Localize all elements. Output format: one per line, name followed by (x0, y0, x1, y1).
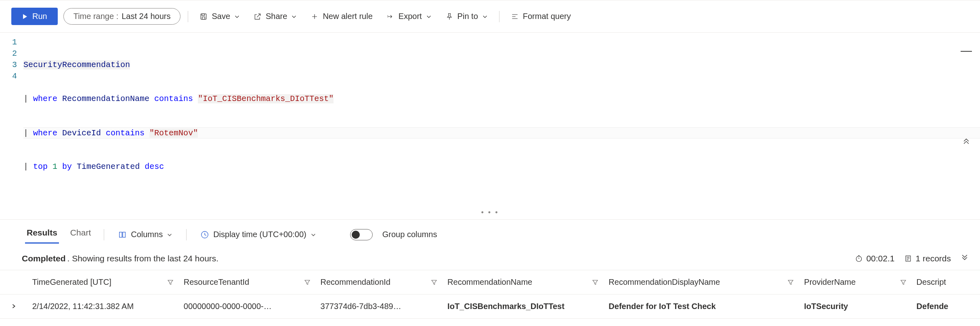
header-label: Descript (917, 278, 946, 287)
filter-icon[interactable] (900, 279, 907, 286)
col-header-time[interactable]: TimeGenerated [UTC] (27, 270, 179, 294)
format-label: Format query (523, 12, 571, 21)
code-kw: where (33, 94, 57, 103)
code-col: RecommendationName (62, 94, 149, 103)
chevron-down-icon (234, 14, 240, 19)
export-label: Export (399, 12, 422, 21)
save-label: Save (212, 12, 230, 21)
chevron-down-icon (426, 14, 432, 19)
toggle-knob (352, 231, 360, 239)
col-header-desc[interactable]: Descript (912, 270, 980, 294)
svg-rect-2 (202, 17, 205, 19)
filter-icon[interactable] (430, 279, 438, 286)
export-button[interactable]: Export (382, 9, 436, 23)
divider (188, 11, 188, 22)
status-text: . Showing results from the last 24 hours… (67, 254, 219, 263)
code-kw: desc (145, 162, 164, 171)
header-label: RecommendationDisplayName (609, 278, 720, 287)
col-header-tenant[interactable]: ResourceTenantId (179, 270, 316, 294)
stopwatch-icon (855, 254, 863, 263)
expand-down-icon[interactable] (961, 253, 969, 263)
cell-recid: 377374d6-7db3-489… (316, 294, 443, 319)
svg-point-6 (856, 256, 862, 261)
code-str: "RotemNov" (149, 128, 198, 138)
line-gutter: 1234 (0, 37, 23, 195)
table-row[interactable]: 2/14/2022, 11:42:31.382 AM 00000000-0000… (0, 294, 980, 319)
results-table: TimeGenerated [UTC] ResourceTenantId Rec… (0, 270, 980, 319)
col-header-dispname[interactable]: RecommendationDisplayName (604, 270, 799, 294)
save-icon (199, 13, 208, 21)
results-table-wrap: TimeGenerated [UTC] ResourceTenantId Rec… (0, 270, 980, 319)
status-completed: Completed (22, 254, 66, 263)
code-kw: by (62, 162, 72, 171)
tab-results[interactable]: Results (25, 225, 59, 244)
chevron-down-icon (311, 232, 316, 238)
svg-rect-3 (120, 232, 122, 237)
format-icon (511, 13, 519, 21)
play-icon (22, 13, 28, 20)
row-expander[interactable] (0, 294, 27, 319)
header-label: ProviderName (804, 278, 856, 287)
filter-icon[interactable] (304, 279, 311, 286)
header-label: TimeGenerated [UTC] (32, 278, 111, 287)
code-str: "IoT_CISBenchmarks_DIoTTest" (198, 94, 334, 103)
col-header-recid[interactable]: RecommendationId (316, 270, 443, 294)
new-alert-button[interactable]: New alert rule (306, 9, 376, 23)
svg-rect-1 (202, 14, 205, 15)
cell-tenant: 00000000-0000-0000-… (179, 294, 316, 319)
resize-handle[interactable]: • • • (481, 208, 499, 217)
code-kw: where (33, 128, 57, 138)
columns-label: Columns (131, 230, 163, 239)
run-button[interactable]: Run (11, 8, 58, 25)
code-kw: top (33, 162, 48, 171)
col-header-provider[interactable]: ProviderName (799, 270, 911, 294)
save-button[interactable]: Save (195, 9, 244, 23)
display-time-label: Display time (UTC+00:00) (213, 230, 306, 239)
cell-provider: IoTSecurity (799, 294, 911, 319)
display-time-button[interactable]: Display time (UTC+00:00) (198, 229, 319, 240)
export-icon (386, 13, 395, 21)
filter-icon[interactable] (787, 279, 794, 286)
share-button[interactable]: Share (250, 9, 301, 23)
expander-header (0, 270, 27, 294)
query-toolbar: Run Time range : Last 24 hours Save Shar… (0, 0, 980, 33)
divider (104, 229, 104, 240)
duration-value: 00:02.1 (866, 254, 894, 263)
share-icon (254, 13, 262, 21)
record-count: 1 records (904, 254, 951, 263)
tab-chart[interactable]: Chart (69, 225, 92, 244)
pin-icon (445, 13, 453, 21)
divider (499, 11, 499, 22)
query-editor[interactable]: 1234 SecurityRecommendation | where Reco… (0, 33, 980, 219)
columns-button[interactable]: Columns (115, 229, 175, 240)
filter-icon[interactable] (167, 279, 174, 286)
collapse-editor-icon[interactable]: — (961, 45, 972, 56)
header-label: ResourceTenantId (184, 278, 249, 287)
pin-button[interactable]: Pin to (441, 9, 492, 23)
group-columns-toggle[interactable] (350, 229, 373, 240)
header-label: RecommendationId (321, 278, 390, 287)
records-icon (904, 254, 912, 263)
expand-up-icon[interactable] (962, 137, 970, 146)
filter-icon[interactable] (592, 279, 599, 286)
code-area[interactable]: SecurityRecommendation | where Recommend… (23, 37, 980, 195)
time-range-selector[interactable]: Time range : Last 24 hours (63, 8, 181, 25)
cell-recname: IoT_CISBenchmarks_DIoTTest (443, 294, 604, 319)
time-range-value: Last 24 hours (122, 12, 170, 21)
code-col: DeviceId (62, 128, 101, 138)
chevron-down-icon (167, 232, 172, 238)
header-label: RecommendationName (447, 278, 532, 287)
time-range-prefix: Time range : (73, 12, 119, 21)
query-duration: 00:02.1 (855, 254, 894, 263)
pin-label: Pin to (457, 12, 478, 21)
code-op: contains (154, 94, 193, 103)
format-query-button[interactable]: Format query (507, 9, 575, 23)
clock-icon (200, 230, 209, 239)
columns-icon (118, 230, 127, 239)
chevron-down-icon (482, 14, 488, 19)
col-header-recname[interactable]: RecommendationName (443, 270, 604, 294)
group-columns-label: Group columns (382, 230, 437, 239)
code-col: TimeGenerated (77, 162, 140, 171)
cell-desc: Defende (912, 294, 980, 319)
code-op: contains (106, 128, 145, 138)
